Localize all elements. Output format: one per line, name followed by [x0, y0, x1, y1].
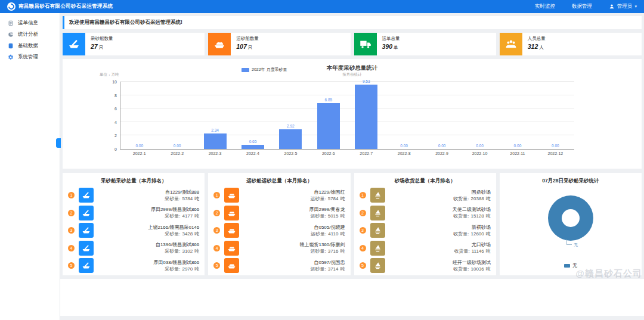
rank-text: 自0597/倪国忠运砂量:3714吨 — [310, 259, 345, 272]
bar-slot-2022-9: 0.002022-9 — [423, 82, 460, 149]
stat-card-value-line: 390单 — [382, 43, 400, 51]
bar-value-label: 0.00 — [499, 144, 536, 148]
bar[interactable] — [242, 145, 264, 149]
stat-card-body: 采砂船数量27只 — [85, 33, 113, 55]
donut-callout-label: 无 — [574, 242, 578, 248]
sidebar-item-label: 统计分析 — [18, 31, 38, 38]
rank-item-metric: 运砂量:3714吨 — [310, 266, 345, 272]
metric-value: 2970 — [182, 266, 193, 272]
top-bar: 南昌赣昌砂石有限公司砂石采运管理系统 实时监控 数据管理 管理员 ▾ — [0, 0, 644, 13]
stat-card-body: 人员总量312人 — [522, 33, 546, 55]
donut-legend[interactable]: 无 — [564, 262, 577, 269]
bar[interactable] — [317, 103, 340, 149]
stat-card-value-line: 312人 — [528, 43, 546, 51]
x-axis-tick-label: 2022-3 — [196, 151, 234, 156]
stats-icon — [8, 32, 14, 38]
sidebar-item-1[interactable]: 统计分析 — [0, 29, 60, 40]
cargo-ship-icon — [224, 241, 239, 256]
rank-row: 3新祺砂场收货量:12600吨 — [360, 222, 491, 240]
donut-hole — [562, 209, 580, 227]
rank-badge: 2 — [68, 210, 75, 216]
dredger-ship-icon — [79, 241, 94, 256]
rank-row: 1自1229/徐国红运砂量:5784吨 — [213, 187, 345, 204]
rank-item-name: 国鼎砂场 — [453, 189, 490, 195]
nav-item-data-management[interactable]: 数据管理 — [572, 3, 592, 10]
dredger-ship-icon — [79, 206, 94, 220]
donut-chart — [548, 195, 593, 241]
rank-item-metric: 采砂量:4177吨 — [151, 213, 199, 219]
rank-text: 上饶2166/赣南昌采0146采砂量:3428吨 — [148, 224, 199, 237]
rank-row: 3自0505/倪晓建运砂量:4110吨 — [213, 222, 345, 240]
bottom-panels-row: 采砂船采砂总量（本月排名）1自1229/测试888采砂量:5784吨2厚田299… — [63, 173, 642, 275]
metric-label: 运砂量: — [310, 196, 326, 201]
cargo-ship-icon — [224, 206, 239, 220]
rank-item-name: 厚田038/赣昌测试866 — [153, 259, 199, 266]
sidebar-item-2[interactable]: 基础数据 — [0, 40, 60, 51]
chart-title: 本年度采砂总量统计 — [63, 64, 642, 72]
rank-badge: 4 — [68, 245, 75, 251]
stat-card-1: 运砂船数量107只 — [208, 33, 350, 55]
cargo-ship-icon — [224, 223, 239, 238]
y-axis-tick-label: 4 — [106, 120, 117, 124]
content-bottom-strip — [60, 279, 644, 316]
chart-legend[interactable]: 2022年 月度采砂量 — [242, 67, 287, 73]
rank-text: 新祺砂场收货量:12600吨 — [453, 224, 490, 237]
bar-slots: 0.002022-10.002022-22.342022-30.652022-4… — [120, 82, 574, 149]
bar-value-label: 0.65 — [234, 139, 271, 144]
rank-item-name: 上饶2166/赣南昌采0146 — [148, 224, 199, 231]
rank-item-metric: 采砂量:5784吨 — [165, 195, 199, 202]
bar[interactable] — [204, 133, 227, 149]
bar[interactable] — [355, 85, 377, 149]
bar-slot-2022-4: 0.652022-4 — [234, 82, 271, 149]
user-name: 管理员 — [617, 3, 633, 10]
sidebar-item-0[interactable]: 运单信息 — [0, 17, 60, 29]
waybill-icon — [8, 20, 14, 26]
sidebar-collapse-handle[interactable] — [56, 138, 61, 148]
welcome-banner: 欢迎使用南昌赣昌砂石有限公司砂石采运管理系统! — [63, 16, 642, 29]
rank-row: 4赣上饶货1360/陈鹏剑运砂量:3716吨 — [213, 240, 345, 257]
rank-item-name: 自0597/倪国忠 — [310, 259, 345, 266]
rank-text: 厚田2999/黄春龙运砂量:5015吨 — [309, 206, 345, 219]
sidebar-item-label: 基础数据 — [18, 42, 38, 49]
database-icon — [8, 43, 14, 49]
user-menu[interactable]: 管理员 ▾ — [609, 3, 637, 10]
rank-row: 5经开一级砂场测试收货量:10036吨 — [360, 257, 491, 275]
rank-row: 2厚田2999/赣昌测试866采砂量:4177吨 — [68, 204, 199, 222]
rank-text: 赣上饶货1360/陈鹏剑运砂量:3716吨 — [299, 241, 345, 254]
bar[interactable] — [279, 129, 302, 149]
sidebar-item-label: 运单信息 — [18, 20, 38, 27]
rank-text: 自1396/赣昌测试866采砂量:3102吨 — [156, 241, 199, 254]
metric-label: 收货量: — [453, 213, 469, 219]
x-axis-tick-label: 2022-7 — [348, 151, 385, 156]
metric-unit: 吨 — [194, 231, 199, 237]
stat-card-body: 运砂船数量107只 — [231, 33, 259, 55]
rank-row: 3上饶2166/赣南昌采0146采砂量:3428吨 — [68, 222, 199, 240]
stat-card-2: 运单总量390单 — [354, 33, 496, 55]
rank-badge: 1 — [360, 192, 366, 198]
legend-swatch — [242, 68, 249, 72]
metric-label: 收货量: — [453, 266, 469, 272]
metric-unit: 吨 — [340, 266, 345, 272]
stat-card-body: 运单总量390单 — [377, 33, 400, 55]
donut-callout-line — [566, 240, 572, 245]
rank-item-name: 自1229/测试888 — [165, 189, 199, 195]
metric-value: 15128 — [471, 213, 484, 219]
dredger-ship-icon — [63, 33, 85, 55]
metric-unit: 吨 — [194, 196, 199, 201]
cargo-ship-icon — [224, 258, 239, 273]
sand-site-icon — [370, 241, 385, 256]
rank-text: 厚田038/赣昌测试866采砂量:2970吨 — [153, 259, 199, 272]
rank-text: 经开一级砂场测试收货量:10036吨 — [453, 259, 491, 272]
bar-value-label: 2.92 — [272, 124, 309, 128]
nav-item-realtime-monitor[interactable]: 实时监控 — [535, 3, 555, 10]
metric-value: 4177 — [182, 213, 193, 219]
metric-unit: 吨 — [194, 266, 199, 272]
rank-item-metric: 运砂量:4110吨 — [311, 231, 345, 237]
metric-unit: 吨 — [340, 248, 345, 254]
rank-item-metric: 收货量:11146吨 — [454, 248, 490, 254]
rank-row: 4自1396/赣昌测试866采砂量:3102吨 — [68, 240, 199, 257]
company-logo-icon — [7, 2, 16, 11]
rank-text: 天使二级测试砂场收货量:15128吨 — [453, 206, 491, 219]
sidebar-item-3[interactable]: 系统管理 — [0, 51, 60, 63]
metric-value: 20388 — [471, 196, 484, 201]
